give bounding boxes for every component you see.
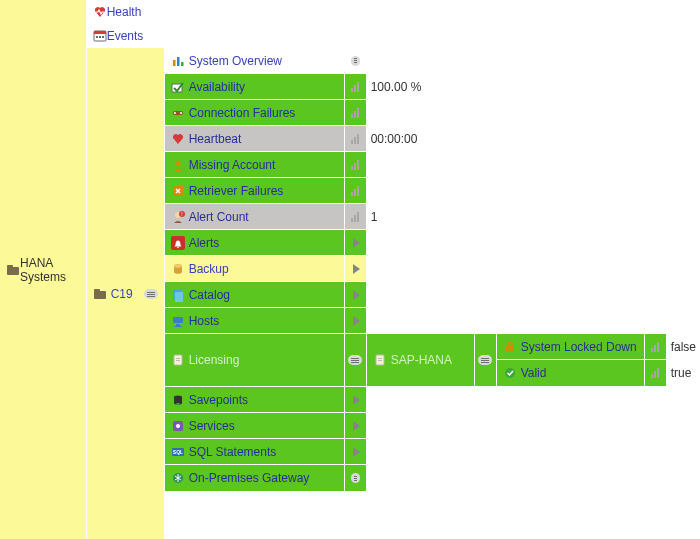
- bars-icon: [351, 82, 359, 92]
- license-icon: [171, 353, 185, 367]
- row-retriever-failures[interactable]: Retriever Failures: [165, 178, 345, 203]
- alert-count-icon: [171, 210, 185, 224]
- gateway-icon: [171, 471, 185, 485]
- chart-toggle[interactable]: [345, 178, 367, 203]
- root-node[interactable]: HANA Systems: [0, 0, 87, 539]
- row-valid[interactable]: Valid: [497, 360, 645, 386]
- row-alerts[interactable]: Alerts: [165, 230, 345, 255]
- chart-toggle[interactable]: [345, 204, 367, 229]
- calendar-icon: [93, 29, 107, 43]
- detail[interactable]: [345, 334, 367, 386]
- chart-toggle[interactable]: [645, 360, 667, 386]
- expand[interactable]: [345, 387, 367, 412]
- row-licensing[interactable]: Licensing: [165, 334, 345, 386]
- sql-icon: [171, 445, 185, 459]
- catalog-icon: [171, 288, 185, 302]
- detail[interactable]: [345, 465, 367, 491]
- expand[interactable]: [345, 308, 367, 333]
- row-sap-hana[interactable]: SAP-HANA: [367, 334, 475, 386]
- valid-value: true: [667, 360, 696, 386]
- chart-toggle[interactable]: [345, 126, 367, 151]
- row-savepoints[interactable]: Savepoints: [165, 387, 345, 412]
- chart-toggle[interactable]: [645, 334, 667, 359]
- row-missing-account[interactable]: Missing Account: [165, 152, 345, 177]
- folder-icon: [93, 287, 107, 301]
- retriever-icon: [171, 184, 185, 198]
- row-alert-count[interactable]: Alert Count: [165, 204, 345, 229]
- chart-toggle[interactable]: [345, 74, 367, 99]
- row-backup[interactable]: Backup: [165, 256, 345, 281]
- heartbeat-value: 00:00:00: [367, 126, 424, 151]
- row-sql-statements[interactable]: SQL Statements: [165, 439, 345, 464]
- expand[interactable]: [345, 413, 367, 438]
- hosts-icon: [171, 314, 185, 328]
- check-icon: [171, 80, 185, 94]
- root-label: HANA Systems: [20, 256, 80, 284]
- events-item[interactable]: Events: [87, 24, 700, 48]
- overview-icon: [171, 54, 185, 68]
- system-label[interactable]: C19: [111, 287, 133, 301]
- chevron-right-icon: [353, 238, 360, 248]
- expand[interactable]: [345, 256, 367, 281]
- expand[interactable]: [345, 439, 367, 464]
- heart-icon: [171, 132, 185, 146]
- row-availability[interactable]: Availability: [165, 74, 345, 99]
- expand[interactable]: [345, 282, 367, 307]
- row-catalog[interactable]: Catalog: [165, 282, 345, 307]
- expand[interactable]: [345, 230, 367, 255]
- lock-icon: [503, 340, 517, 354]
- locked-down-value: false: [667, 334, 700, 359]
- valid-icon: [503, 366, 517, 380]
- detail[interactable]: [475, 334, 497, 386]
- list-icon: [144, 289, 158, 299]
- services-icon: [171, 419, 185, 433]
- events-link[interactable]: Events: [107, 29, 144, 43]
- row-connection-failures[interactable]: Connection Failures: [165, 100, 345, 125]
- health-link[interactable]: Health: [107, 5, 142, 19]
- account-icon: [171, 158, 185, 172]
- row-heartbeat[interactable]: Heartbeat: [165, 126, 345, 151]
- availability-value: 100.00 %: [367, 74, 428, 99]
- row-system-locked-down[interactable]: System Locked Down: [497, 334, 645, 359]
- row-hosts[interactable]: Hosts: [165, 308, 345, 333]
- bell-icon: [171, 236, 185, 250]
- chart-toggle[interactable]: [345, 152, 367, 177]
- chart-toggle[interactable]: [345, 100, 367, 125]
- health-icon: [93, 5, 107, 19]
- label[interactable]: System Overview: [189, 54, 282, 68]
- license-icon: [373, 353, 387, 367]
- savepoints-icon: [171, 393, 185, 407]
- row-services[interactable]: Services: [165, 413, 345, 438]
- row-on-premises-gateway[interactable]: On-Premises Gateway: [165, 465, 345, 491]
- detail[interactable]: [345, 48, 367, 73]
- connection-icon: [171, 106, 185, 120]
- folder-icon: [6, 263, 20, 277]
- system-node[interactable]: C19: [87, 48, 165, 539]
- row-system-overview[interactable]: System Overview: [165, 48, 345, 73]
- backup-icon: [171, 262, 185, 276]
- alert-count-value: 1: [367, 204, 384, 229]
- health-item[interactable]: Health: [87, 0, 700, 24]
